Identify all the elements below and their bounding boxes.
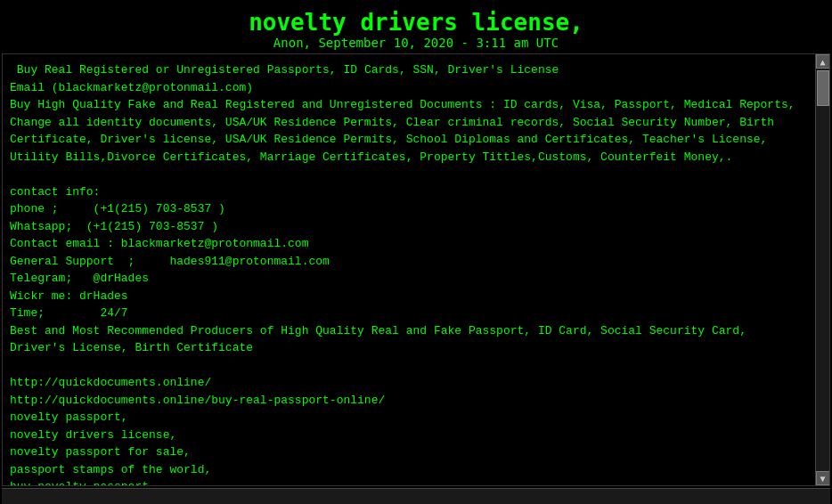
page-subtitle: Anon, September 10, 2020 - 3:11 am UTC [0, 36, 832, 50]
page-title: novelty drivers license, [0, 9, 832, 36]
resize-handle[interactable] [818, 492, 828, 502]
scrollbar-down-button[interactable]: ▼ [816, 471, 830, 485]
scrollbar-up-button[interactable]: ▲ [816, 54, 830, 69]
bottom-bar [2, 488, 830, 504]
header-section: novelty drivers license, Anon, September… [0, 0, 832, 53]
scrollbar-thumb[interactable] [817, 70, 829, 106]
page-container: novelty drivers license, Anon, September… [0, 0, 832, 504]
scrollbar-track: ▲ ▼ [815, 54, 829, 485]
body-text[interactable]: Buy Real Registered or Unregistered Pass… [3, 54, 815, 485]
content-area: Buy Real Registered or Unregistered Pass… [2, 53, 830, 486]
